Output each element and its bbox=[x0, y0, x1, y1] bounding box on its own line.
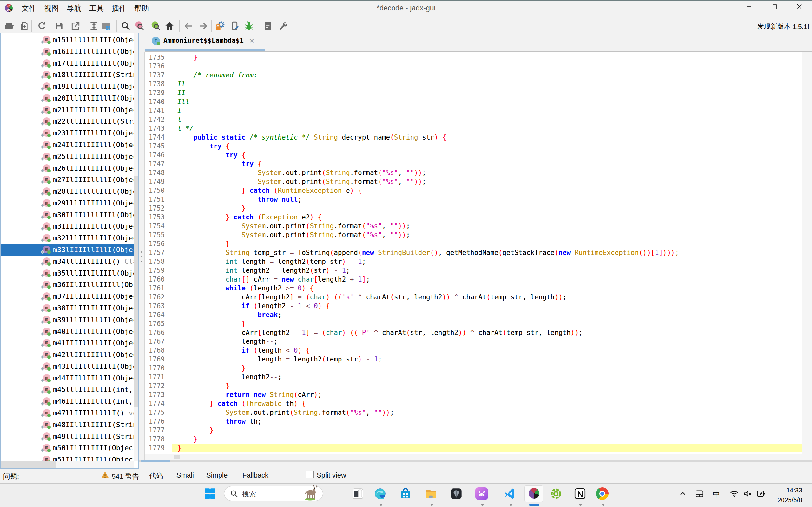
class-search-icon[interactable] bbox=[135, 21, 145, 31]
taskbar-jadx-icon[interactable] bbox=[524, 486, 543, 502]
method-list-item[interactable]: mm18llIIIIIlIII(Strin bbox=[1, 69, 134, 81]
method-list-item[interactable]: mm24IlIIlIIIlll(Objec bbox=[1, 139, 134, 151]
method-list-item[interactable]: mm30IlIIllllIIIl(Objec bbox=[1, 210, 134, 221]
method-list-item[interactable]: mm44IIIllIIllIl(Objec bbox=[1, 373, 134, 385]
reload-icon[interactable] bbox=[37, 21, 47, 31]
save-all-icon[interactable] bbox=[54, 21, 64, 31]
method-list-item[interactable]: mm37IIlIIIlIIII(Objec bbox=[1, 291, 134, 303]
home-icon[interactable] bbox=[164, 21, 174, 31]
method-list-item[interactable]: mm23lIIIIIllIlI(Objec bbox=[1, 128, 134, 139]
taskbar-vscode-icon[interactable] bbox=[503, 487, 516, 500]
taskbar-search-input[interactable]: 搜索 bbox=[224, 486, 323, 501]
method-list-item[interactable]: mm40IlIIllIlIlI(Objec bbox=[1, 326, 134, 338]
export-icon[interactable] bbox=[70, 21, 81, 31]
method-list-item[interactable]: mm28lIIlllllIlIl(Objec bbox=[1, 186, 134, 198]
taskbar-gear-icon[interactable] bbox=[550, 487, 562, 500]
debug-icon[interactable] bbox=[244, 21, 254, 31]
tray-chevron-up-icon[interactable] bbox=[678, 489, 687, 498]
flat-packages-icon[interactable] bbox=[101, 21, 111, 31]
taskbar-cat-icon[interactable] bbox=[475, 487, 488, 500]
method-list-item[interactable]: mm47llIIIllllllI() vo bbox=[1, 408, 134, 419]
method-list-item[interactable]: mm25lIIlIIIIIII(Objec bbox=[1, 151, 134, 163]
menu-tools[interactable]: 工具 bbox=[89, 4, 104, 13]
view-tab-simple[interactable]: Simple bbox=[206, 471, 227, 480]
method-list-item[interactable]: mm15llllllIlIII(Objec bbox=[1, 35, 134, 46]
log-icon[interactable] bbox=[263, 21, 273, 31]
taskbar-clock[interactable]: 14:332025/5/8 bbox=[762, 486, 802, 505]
device-icon[interactable] bbox=[230, 21, 240, 31]
method-list-item[interactable]: mm29lllIlIIIlll(Objec bbox=[1, 198, 134, 210]
split-view-checkbox[interactable] bbox=[306, 470, 313, 478]
view-tab-smali[interactable]: Smali bbox=[176, 471, 194, 480]
editor-horizontal-scrollbar[interactable] bbox=[145, 454, 812, 460]
method-list-item[interactable]: mm26lIIIIlIIIlI(Objec bbox=[1, 163, 134, 175]
method-list-item[interactable]: mm35lllIIlIlIIIl(Objec bbox=[1, 268, 134, 280]
taskbar-start-icon[interactable] bbox=[204, 487, 216, 500]
preferences-icon[interactable] bbox=[278, 21, 288, 31]
bottom-scroll-thumb[interactable] bbox=[141, 460, 170, 462]
comment-search-icon[interactable] bbox=[151, 21, 161, 31]
method-list-item[interactable]: mm19IlIIlIIllIII(Objec bbox=[1, 81, 134, 93]
splitter-handle[interactable] bbox=[141, 251, 142, 253]
method-list-item[interactable]: mm50lIlIIlIIII(Objec bbox=[1, 443, 134, 454]
editor-vertical-scrollbar[interactable] bbox=[802, 52, 812, 460]
text-search-icon[interactable] bbox=[120, 21, 131, 31]
menu-help[interactable]: 帮助 bbox=[134, 4, 149, 13]
open-file-icon[interactable] bbox=[4, 21, 15, 31]
menu-plugins[interactable]: 插件 bbox=[112, 4, 126, 13]
method-list-item[interactable]: mm32lllIIIllIlI(Objec bbox=[1, 233, 134, 244]
menu-view[interactable]: 视图 bbox=[44, 4, 59, 13]
taskbar-chrome-icon[interactable] bbox=[596, 487, 609, 500]
taskbar-folder-icon[interactable] bbox=[424, 487, 437, 500]
forward-icon[interactable] bbox=[198, 21, 208, 31]
method-list-item[interactable]: mm20IlllIlIIlllI(Objec bbox=[1, 93, 134, 105]
tray-volume-muted-icon[interactable] bbox=[743, 489, 752, 498]
method-list-item[interactable]: mm31IIIIIIIllIl(Objec bbox=[1, 221, 134, 233]
method-list-item[interactable]: mm43IlIIlllIIIlI(Objec bbox=[1, 361, 134, 373]
add-files-icon[interactable] bbox=[19, 21, 29, 31]
warning-count[interactable]: 541 警告 bbox=[112, 472, 139, 481]
sidebar-horizontal-scrollbar-thumb[interactable] bbox=[1, 461, 56, 468]
splitter-handle[interactable] bbox=[141, 261, 142, 262]
method-list-item[interactable]: mm21lIIIlIIlIIl(Objec bbox=[1, 105, 134, 116]
update-notice[interactable]: 发现新版本 1.5.1! bbox=[746, 22, 809, 31]
taskbar-edge-icon[interactable] bbox=[374, 487, 387, 500]
method-list-item[interactable]: mm45lllIlIIllII(int, bbox=[1, 384, 134, 396]
view-tab-fallback[interactable]: Fallback bbox=[243, 471, 268, 480]
minimize-button[interactable] bbox=[745, 3, 752, 10]
method-list-item[interactable]: mm38IIlIIlIlIII(Objec bbox=[1, 303, 134, 315]
close-button[interactable] bbox=[796, 3, 803, 10]
back-icon[interactable] bbox=[184, 21, 194, 31]
editor-horizontal-scrollbar-thumb[interactable] bbox=[174, 455, 180, 459]
menu-navigation[interactable]: 导航 bbox=[67, 4, 81, 13]
maximize-button[interactable] bbox=[771, 3, 778, 10]
tray-ime-indicator[interactable]: 中 bbox=[713, 490, 720, 499]
method-list-item[interactable]: mm36IIlIIlllIIIll(Objec bbox=[1, 279, 134, 291]
method-list-item[interactable]: mm49llIlIIIIllI(Strin bbox=[1, 431, 134, 443]
method-list-item[interactable]: mm42llIIlIIIlll(Objec bbox=[1, 349, 134, 361]
view-tab-[interactable]: 代码 bbox=[149, 471, 163, 481]
method-list-item[interactable]: mm39lllIIllllIl(Objec bbox=[1, 315, 134, 326]
tray-wifi-icon[interactable] bbox=[730, 489, 739, 498]
bottom-scroll-strip[interactable] bbox=[139, 460, 812, 462]
tab-close-icon[interactable]: × bbox=[249, 36, 254, 46]
method-list-item[interactable]: mm17lIIlIIIIlIIl(Objec bbox=[1, 58, 134, 70]
method-list-item[interactable]: mm16IIIIlllIIIll(Objec bbox=[1, 46, 134, 58]
method-list-item[interactable]: mm22lllIIIIllIIl(Strin bbox=[1, 116, 134, 128]
deobfuscation-icon[interactable] bbox=[214, 21, 225, 31]
taskbar-store-icon[interactable] bbox=[399, 487, 412, 500]
sidebar-vertical-scrollbar-thumb[interactable] bbox=[134, 176, 138, 407]
method-list-item[interactable]: mm33lIIIIllIllI(Objec bbox=[1, 244, 134, 256]
taskbar-window-app-icon[interactable] bbox=[352, 487, 364, 500]
splitter-handle[interactable] bbox=[141, 256, 142, 258]
menu-file[interactable]: 文件 bbox=[21, 4, 36, 13]
tray-widgets-icon[interactable] bbox=[695, 489, 704, 498]
method-list-item[interactable]: mm46IIlIIIIlllI(int, bbox=[1, 396, 134, 408]
taskbar-game-icon[interactable] bbox=[450, 487, 463, 500]
method-list-item[interactable]: mm41IIIIlllllII(Objec bbox=[1, 338, 134, 349]
method-list-item[interactable]: mm48IIllIlIIIlI(Strin bbox=[1, 419, 134, 431]
method-list-item[interactable]: mm34lllIIlIIIlI() Cla bbox=[1, 256, 134, 268]
method-list-item[interactable]: mm27IlIIIIllllI(Objec bbox=[1, 174, 134, 186]
taskbar-notion-icon[interactable] bbox=[574, 487, 587, 500]
sync-icon[interactable] bbox=[89, 21, 99, 31]
